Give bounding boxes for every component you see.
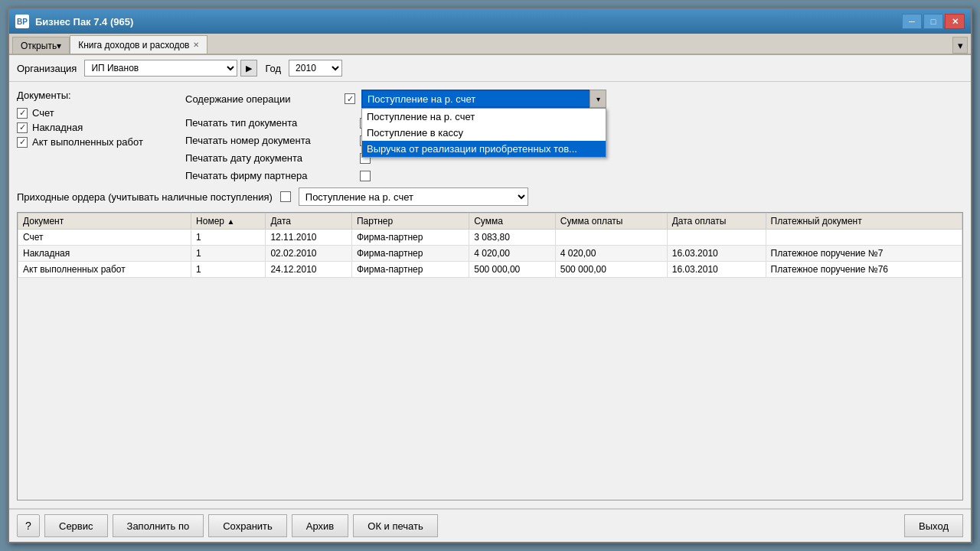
print-firma-item: Печатать фирму партнера (185, 170, 963, 181)
tab-dropdown-button[interactable]: ▾ (952, 37, 968, 54)
prihodnie-section: Приходные ордера (учитывать наличные пос… (17, 187, 963, 206)
cell-summa-opl: 4 020,00 (555, 246, 667, 262)
print-data-label: Печатать дату документа (185, 152, 354, 164)
operation-row: Содержание операции Поступление на р. сч… (185, 90, 963, 108)
cell-nomer: 1 (191, 262, 266, 278)
app-icon: BP (15, 15, 29, 28)
cell-summa-opl (555, 230, 667, 246)
col-summa-opl: Сумма оплаты (555, 214, 667, 230)
open-tab[interactable]: Открыть▾ (12, 37, 70, 54)
table-row[interactable]: Накладная 1 02.02.2010 Фирма-партнер 4 0… (18, 246, 962, 262)
org-next-button[interactable]: ▶ (240, 60, 257, 77)
section-top: Документы: Счет Накладная Акт выполненны… (17, 90, 963, 181)
cell-data: 24.12.2010 (266, 262, 352, 278)
docs-section: Документы: Счет Накладная Акт выполненны… (17, 90, 170, 148)
maximize-button[interactable]: □ (923, 14, 943, 29)
col-plat-doc: Платежный документ (766, 214, 962, 230)
content-area: Документы: Счет Накладная Акт выполненны… (9, 82, 971, 508)
archive-button[interactable]: Архив (292, 514, 348, 537)
service-button[interactable]: Сервис (44, 514, 108, 537)
cell-data-opl: 16.03.2010 (667, 246, 766, 262)
doc-nakladnaya-checkbox[interactable] (17, 122, 28, 133)
cell-data-opl: 16.03.2010 (667, 262, 766, 278)
book-tab[interactable]: Книга доходов и расходов ✕ (70, 35, 207, 54)
cell-partner: Фирма-партнер (351, 230, 469, 246)
dropdown-item-2[interactable]: Выручка от реализации приобретенных тов.… (362, 141, 606, 157)
dropdown-item-0[interactable]: Поступление на р. счет (362, 109, 606, 125)
operation-dropdown-arrow[interactable]: ▾ (590, 90, 606, 108)
prihodnie-label: Приходные ордера (учитывать наличные пос… (17, 191, 273, 203)
print-section: Содержание операции Поступление на р. сч… (185, 90, 963, 181)
tab-close-icon[interactable]: ✕ (193, 41, 199, 49)
doc-akt-checkbox[interactable] (17, 137, 28, 148)
cell-plat-doc (766, 230, 962, 246)
main-table: Документ Номер ▲ Дата Партнер Сумма Сумм… (18, 213, 962, 278)
doc-schet-label: Счет (32, 107, 54, 119)
table-wrapper[interactable]: Документ Номер ▲ Дата Партнер Сумма Сумм… (18, 213, 962, 500)
col-doc: Документ (18, 214, 191, 230)
tab-bar: Открыть▾ Книга доходов и расходов ✕ ▾ (9, 34, 971, 55)
doc-schet-item: Счет (17, 107, 170, 119)
prihodnie-select[interactable]: Поступление на р. счет (299, 187, 528, 206)
print-firma-checkbox[interactable] (360, 171, 371, 181)
cell-data: 12.11.2010 (266, 230, 352, 246)
operation-dropdown-list: Поступление на р. счет Поступление в кас… (361, 108, 606, 158)
fill-button[interactable]: Заполнить по (113, 514, 204, 537)
cell-partner: Фирма-партнер (351, 246, 469, 262)
col-data: Дата (266, 214, 352, 230)
prihodnie-select-container: Поступление на р. счет (299, 187, 528, 206)
prihodnie-checkbox[interactable] (280, 191, 291, 202)
print-firma-label: Печатать фирму партнера (185, 170, 354, 181)
exit-button[interactable]: Выход (904, 514, 963, 537)
cell-summa-opl: 500 000,00 (555, 262, 667, 278)
window-title: Бизнес Пак 7.4 (965) (35, 16, 133, 28)
org-select[interactable]: ИП Иванов (84, 60, 237, 77)
doc-nakladnaya-label: Накладная (32, 122, 83, 133)
cell-doc: Акт выполненных работ (18, 262, 191, 278)
year-label: Год (265, 63, 281, 74)
dropdown-item-1[interactable]: Поступление в кассу (362, 125, 606, 141)
operation-select-container: Поступление на р. счет ▾ Поступление на … (361, 90, 606, 108)
operation-select-display[interactable]: Поступление на р. счет (361, 90, 606, 108)
col-data-opl: Дата оплаты (667, 214, 766, 230)
save-button[interactable]: Сохранить (208, 514, 287, 537)
col-partner: Партнер (351, 214, 469, 230)
docs-label: Документы: (17, 90, 170, 101)
cell-nomer: 1 (191, 230, 266, 246)
operation-checkbox[interactable] (345, 93, 355, 104)
minimize-button[interactable]: ─ (902, 14, 922, 29)
cell-data: 02.02.2010 (266, 246, 352, 262)
col-summa: Сумма (469, 214, 556, 230)
cell-plat-doc: Платежное поручение №76 (766, 262, 962, 278)
cell-doc: Счет (18, 230, 191, 246)
cell-partner: Фирма-партнер (351, 262, 469, 278)
bottom-bar: ? Сервис Заполнить по Сохранить Архив ОК… (9, 508, 971, 542)
doc-schet-checkbox[interactable] (17, 108, 28, 119)
table-row[interactable]: Счет 1 12.11.2010 Фирма-партнер 3 083,80 (18, 230, 962, 246)
print-nomer-label: Печатать номер документа (185, 135, 354, 146)
cell-doc: Накладная (18, 246, 191, 262)
cell-summa: 3 083,80 (469, 230, 556, 246)
org-select-group: ИП Иванов ▶ (84, 60, 257, 77)
cell-nomer: 1 (191, 246, 266, 262)
doc-akt-item: Акт выполненных работ (17, 136, 170, 148)
main-window: BP Бизнес Пак 7.4 (965) ─ □ ✕ Открыть▾ К… (8, 8, 972, 543)
print-tip-label: Печатать тип документа (185, 117, 354, 129)
year-select[interactable]: 2010 (289, 60, 342, 77)
doc-akt-label: Акт выполненных работ (32, 136, 143, 148)
cell-data-opl (667, 230, 766, 246)
org-label: Организация (17, 63, 77, 74)
title-bar: BP Бизнес Пак 7.4 (965) ─ □ ✕ (9, 9, 971, 34)
sort-nomer-icon: ▲ (227, 217, 234, 226)
close-button[interactable]: ✕ (945, 14, 965, 29)
toolbar: Организация ИП Иванов ▶ Год 2010 (9, 55, 971, 82)
operation-label: Содержание операции (185, 93, 338, 105)
table-row[interactable]: Акт выполненных работ 1 24.12.2010 Фирма… (18, 262, 962, 278)
table-section: Документ Номер ▲ Дата Партнер Сумма Сумм… (17, 212, 963, 500)
doc-nakladnaya-item: Накладная (17, 122, 170, 133)
help-button[interactable]: ? (17, 514, 40, 537)
col-nomer[interactable]: Номер ▲ (191, 214, 266, 230)
cell-summa: 4 020,00 (469, 246, 556, 262)
ok-print-button[interactable]: ОК и печать (353, 514, 437, 537)
cell-plat-doc: Платежное поручение №7 (766, 246, 962, 262)
